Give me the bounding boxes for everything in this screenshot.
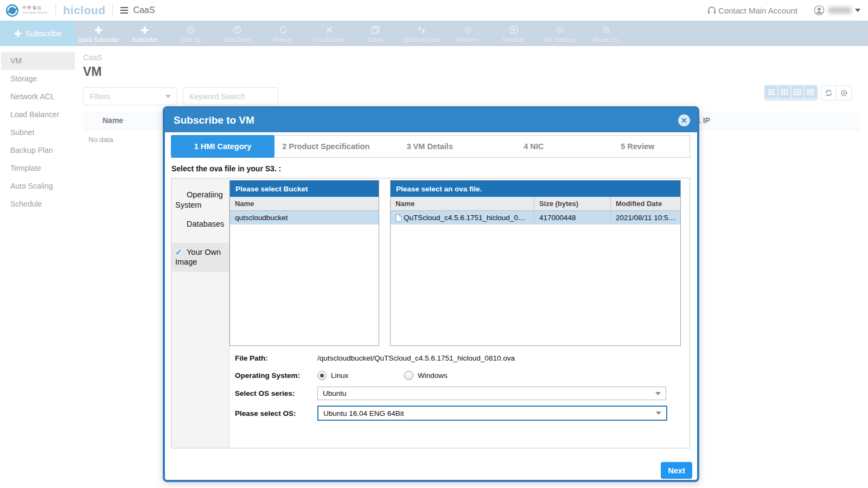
close-icon[interactable] bbox=[678, 114, 690, 126]
contact-main-account-button[interactable]: Contact Main Account bbox=[707, 5, 797, 15]
next-button[interactable]: Next bbox=[661, 462, 692, 479]
step-product-specification[interactable]: 2 Product Specification bbox=[274, 136, 378, 157]
brand-sub-text: Chunghwa Telecom bbox=[22, 11, 48, 15]
modal-title: Subscribe to VM bbox=[174, 114, 254, 126]
ova-panel: Please select an ova file. Name Size (by… bbox=[390, 180, 681, 346]
sidebar-item-vm[interactable]: VM bbox=[1, 52, 75, 70]
gear-icon[interactable] bbox=[836, 86, 851, 100]
radio-button-icon bbox=[404, 371, 413, 380]
chunghwa-logo: 中華電信 Chunghwa Telecom bbox=[5, 4, 48, 17]
x-icon bbox=[326, 25, 333, 35]
breadcrumb: CaaS bbox=[83, 53, 868, 62]
list-controls: Filters bbox=[83, 87, 868, 105]
app-name: CaaS bbox=[133, 5, 155, 15]
sidebar-item-template[interactable]: Template bbox=[1, 159, 75, 177]
list-view-icon[interactable] bbox=[765, 86, 777, 98]
column-header-name: Name bbox=[103, 116, 123, 125]
subscribe-to-vm-modal: Subscribe to VM 1 HMI Category 2 Product… bbox=[163, 106, 699, 482]
toolbar-nic-settings[interactable]: NIC Settings bbox=[537, 21, 583, 46]
toolbar-quick-subscribe[interactable]: Quick Subscribe bbox=[75, 21, 122, 46]
category-operating-system[interactable]: ✓Operatiing System bbox=[171, 185, 229, 215]
category-your-own-image[interactable]: ✓Your Own Image bbox=[171, 243, 229, 272]
wizard-steps: 1 HMI Category 2 Product Specification 3… bbox=[171, 135, 690, 158]
page: 中華電信 Chunghwa Telecom hicloud CaaS Conta… bbox=[0, 0, 868, 488]
ova-panel-title: Please select an ova file. bbox=[391, 181, 680, 197]
category-databases[interactable]: ✓Databases bbox=[171, 215, 229, 234]
sidebar-item-backup-plan[interactable]: Backup Plan bbox=[1, 142, 75, 159]
step-vm-details[interactable]: 3 VM Details bbox=[378, 136, 482, 157]
updown-icon bbox=[417, 25, 426, 35]
operating-system-label: Operating System: bbox=[235, 371, 317, 380]
plus-icon bbox=[94, 25, 103, 35]
gear-icon bbox=[463, 25, 472, 35]
instruction-text: Select the ova file in your S3. : bbox=[171, 164, 690, 173]
divider bbox=[112, 4, 113, 16]
sidebar-item-network-acl[interactable]: Network ACL bbox=[1, 88, 75, 106]
ova-form: File Path: /qutscloudbucket/QuTScloud_c4… bbox=[229, 352, 681, 421]
chevron-down-icon bbox=[855, 9, 860, 12]
check-icon: ✓ bbox=[175, 219, 187, 229]
toolbar-shut-down[interactable]: Shut Down bbox=[214, 21, 260, 46]
subscribe-primary-button[interactable]: Subscribe bbox=[0, 21, 75, 46]
chevron-down-icon bbox=[656, 412, 661, 415]
toolbar-template[interactable]: Template bbox=[490, 21, 537, 46]
step-nic[interactable]: 4 NIC bbox=[482, 136, 586, 157]
selection-pane: Please select Bucket Name qutscloudbucke… bbox=[229, 178, 690, 448]
file-icon bbox=[395, 214, 402, 222]
toolbar-start-up[interactable]: Start Up bbox=[168, 21, 214, 46]
refresh-icon[interactable] bbox=[821, 86, 836, 100]
template-icon bbox=[509, 25, 518, 35]
modal-body: 1 HMI Category 2 Product Specification 3… bbox=[165, 132, 697, 483]
sidebar-item-load-balancer[interactable]: Load Balancer bbox=[1, 106, 75, 124]
sidebar-item-schedule[interactable]: Schedule bbox=[1, 195, 75, 213]
bucket-row[interactable]: qutscloudbucket bbox=[230, 211, 379, 224]
chevron-down-icon bbox=[655, 392, 661, 395]
check-icon: ✓ bbox=[175, 247, 187, 258]
bucket-column-name: Name bbox=[230, 197, 379, 210]
os-series-select[interactable]: Ubuntu bbox=[317, 387, 666, 400]
toolbar-clone[interactable]: Clone bbox=[352, 21, 398, 46]
app-header: 中華電信 Chunghwa Telecom hicloud CaaS Conta… bbox=[0, 0, 868, 21]
menu-icon[interactable] bbox=[120, 7, 129, 14]
power-icon bbox=[187, 25, 195, 35]
gear-icon bbox=[602, 25, 610, 35]
step-review[interactable]: 5 Review bbox=[586, 136, 690, 157]
sidebar: VM Storage Network ACL Load Balancer Sub… bbox=[0, 46, 76, 488]
account-menu[interactable] bbox=[814, 5, 860, 16]
page-title: VM bbox=[83, 65, 868, 79]
toolbar-reset-os[interactable]: Reset OS bbox=[583, 21, 629, 46]
divider bbox=[55, 4, 56, 16]
os-series-label: Select OS series: bbox=[235, 389, 317, 397]
ova-file-row[interactable]: QuTScloud_c4.5.6.1751_hicloud_0… 4170004… bbox=[391, 211, 680, 224]
toolbar-reboot[interactable]: Reboot bbox=[260, 21, 306, 46]
bucket-panel: Please select Bucket Name qutscloudbucke… bbox=[229, 180, 379, 346]
os-version-select[interactable]: Ubuntu 16.04 ENG 64Bit bbox=[317, 406, 667, 421]
plus-icon bbox=[14, 30, 22, 37]
toolbar-up-downgrade[interactable]: Up/Downgrade bbox=[398, 21, 444, 46]
step-hmi-category[interactable]: 1 HMI Category bbox=[171, 135, 275, 158]
toolbar-unsubscribe[interactable]: Unsubscribe bbox=[306, 21, 352, 46]
grid-view-icon[interactable] bbox=[778, 86, 790, 98]
sidebar-item-storage[interactable]: Storage bbox=[1, 70, 75, 88]
contact-label: Contact Main Account bbox=[718, 6, 797, 15]
check-icon: ✓ bbox=[175, 190, 187, 200]
file-path-value: /qutscloudbucket/QuTScloud_c4.5.6.1751_h… bbox=[317, 354, 515, 362]
radio-windows[interactable]: Windows bbox=[404, 371, 491, 380]
keyword-search-input[interactable] bbox=[183, 87, 278, 105]
gear-icon bbox=[556, 25, 564, 35]
filters-dropdown[interactable]: Filters bbox=[83, 87, 177, 105]
sidebar-item-auto-scaling[interactable]: Auto Scaling bbox=[1, 177, 75, 195]
toolbar-rename[interactable]: Rename bbox=[444, 21, 490, 46]
chunghwa-logo-icon bbox=[5, 4, 19, 17]
radio-linux[interactable]: Linux bbox=[317, 371, 404, 380]
toolbar-subscribe[interactable]: Subscribe bbox=[122, 21, 168, 46]
ova-column-name: Name bbox=[391, 197, 534, 210]
sidebar-item-subnet[interactable]: Subnet bbox=[1, 124, 75, 142]
detail-list-view-icon[interactable] bbox=[792, 86, 803, 98]
hicloud-logo: hicloud bbox=[63, 4, 105, 17]
file-path-label: File Path: bbox=[235, 354, 317, 362]
modal-header: Subscribe to VM bbox=[165, 108, 697, 132]
table-view-icon[interactable] bbox=[805, 86, 816, 98]
avatar-icon bbox=[814, 5, 825, 16]
ova-column-size: Size (bytes) bbox=[534, 197, 610, 210]
